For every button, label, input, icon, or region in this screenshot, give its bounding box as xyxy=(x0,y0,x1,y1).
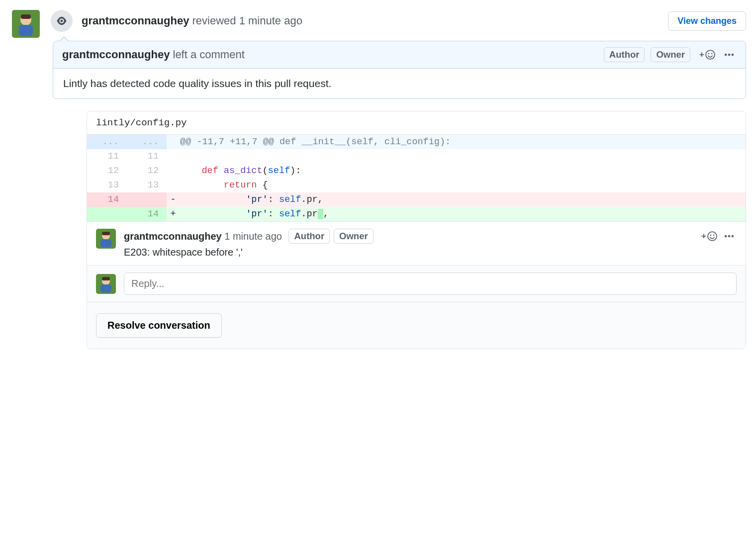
svg-rect-23 xyxy=(100,284,111,292)
reply-input[interactable] xyxy=(124,273,737,295)
svg-point-4 xyxy=(61,20,63,22)
author-badge: Author xyxy=(288,229,330,244)
reviewer-username[interactable]: grantmcconnaughey xyxy=(82,14,189,27)
svg-rect-14 xyxy=(102,232,110,235)
view-changes-button[interactable]: View changes xyxy=(668,11,746,31)
line-comment-author[interactable]: grantmcconnaughey xyxy=(124,231,222,242)
svg-rect-13 xyxy=(100,239,111,247)
review-summary-comment: grantmcconnaughey left a comment Author … xyxy=(53,41,746,99)
add-reaction-button[interactable]: + xyxy=(699,49,716,60)
kebab-menu-icon[interactable] xyxy=(722,229,737,244)
svg-point-6 xyxy=(708,53,710,54)
line-comment-avatar[interactable] xyxy=(96,229,116,249)
owner-badge: Owner xyxy=(334,229,374,244)
comment-header: grantmcconnaughey left a comment Author … xyxy=(53,41,746,69)
svg-point-8 xyxy=(725,54,727,56)
resolve-conversation-button[interactable]: Resolve conversation xyxy=(96,313,222,338)
svg-point-9 xyxy=(728,54,731,56)
svg-point-5 xyxy=(706,50,715,59)
review-header: grantmcconnaughey reviewed 1 minute ago … xyxy=(53,10,746,32)
reply-avatar[interactable] xyxy=(96,274,116,294)
svg-point-15 xyxy=(708,232,717,241)
diff-filename[interactable]: lintly/config.py xyxy=(87,111,746,135)
comment-actions: Author Owner + xyxy=(600,47,737,62)
reviewer-avatar[interactable] xyxy=(12,10,40,38)
diff-table: ...... @@ -11,7 +11,7 @@ def __init__(se… xyxy=(87,135,746,221)
svg-point-18 xyxy=(725,235,727,238)
resolve-footer: Resolve conversation xyxy=(87,302,746,349)
svg-point-7 xyxy=(711,53,713,54)
timeline-content: grantmcconnaughey reviewed 1 minute ago … xyxy=(53,10,746,349)
diff-card: lintly/config.py ...... @@ -11,7 +11,7 @… xyxy=(87,111,746,349)
line-comment: grantmcconnaughey 1 minute ago Author Ow… xyxy=(87,221,746,265)
review-title: grantmcconnaughey reviewed 1 minute ago xyxy=(82,14,668,27)
svg-point-10 xyxy=(732,54,734,56)
svg-rect-2 xyxy=(19,25,33,36)
review-timestamp[interactable]: 1 minute ago xyxy=(239,14,302,27)
line-comment-body: E203: whitespace before ',' xyxy=(124,247,737,258)
svg-rect-24 xyxy=(102,277,110,280)
add-reaction-button[interactable]: + xyxy=(701,231,718,242)
owner-badge: Owner xyxy=(651,47,690,62)
comment-body: Lintly has detected code quality issues … xyxy=(53,69,746,98)
eye-badge-icon xyxy=(51,10,73,32)
svg-point-17 xyxy=(713,234,715,236)
svg-point-20 xyxy=(732,235,734,238)
svg-rect-3 xyxy=(21,14,31,19)
author-badge: Author xyxy=(604,47,645,62)
line-comment-timestamp[interactable]: 1 minute ago xyxy=(224,231,282,242)
line-comment-header: grantmcconnaughey 1 minute ago Author Ow… xyxy=(124,229,737,244)
svg-point-16 xyxy=(710,234,712,236)
svg-point-19 xyxy=(728,235,731,238)
comment-author-link[interactable]: grantmcconnaughey xyxy=(62,48,170,61)
reply-row xyxy=(87,265,746,302)
kebab-menu-icon[interactable] xyxy=(722,47,737,62)
